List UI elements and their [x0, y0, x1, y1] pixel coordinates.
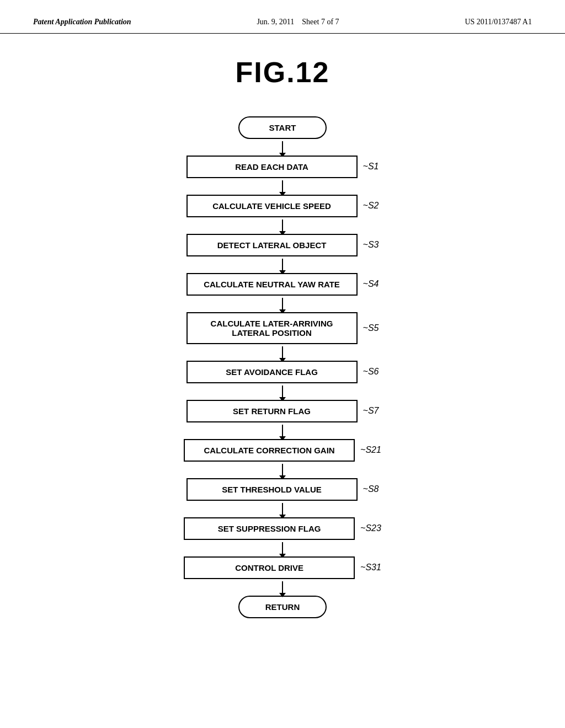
arrow-line-11	[282, 581, 283, 593]
step-s4-row: CALCULATE NEUTRAL YAW RATE ~S4	[186, 273, 379, 296]
step-s7-row: SET RETURN FLAG ~S7	[186, 400, 379, 422]
step-s7-label: SET RETURN FLAG	[233, 406, 311, 416]
step-s23-box: SET SUPPRESSION FLAG	[184, 517, 355, 540]
arrow-10	[282, 540, 283, 556]
step-s7-box: SET RETURN FLAG	[186, 400, 358, 422]
step-s31-row: CONTROL DRIVE ~S31	[184, 556, 381, 579]
step-s4-id: ~S4	[363, 279, 379, 289]
step-s5-id: ~S5	[363, 323, 379, 333]
step-s21-box: CALCULATE CORRECTION GAIN	[184, 439, 355, 462]
step-s6-label: SET AVOIDANCE FLAG	[226, 367, 318, 377]
arrow-0	[282, 139, 283, 156]
arrow-4	[282, 296, 283, 312]
arrow-11	[282, 579, 283, 596]
page-header: Patent Application Publication Jun. 9, 2…	[0, 0, 565, 34]
publication-label: Patent Application Publication	[33, 18, 131, 26]
arrow-line-6	[282, 386, 283, 398]
step-s8-box: SET THRESHOLD VALUE	[186, 478, 358, 501]
step-s5-row: CALCULATE LATER-ARRIVINGLATERAL POSITION…	[186, 312, 379, 344]
step-s31-label: CONTROL DRIVE	[235, 563, 303, 572]
arrow-9	[282, 501, 283, 517]
step-s2-label: CALCULATE VEHICLE SPEED	[212, 201, 331, 211]
step-s21-row: CALCULATE CORRECTION GAIN ~S21	[184, 439, 381, 462]
step-s23-id: ~S23	[360, 523, 381, 533]
arrow-line-2	[282, 220, 283, 232]
arrow-3	[282, 256, 283, 273]
step-s31-box: CONTROL DRIVE	[184, 556, 355, 579]
arrow-line-0	[282, 141, 283, 153]
return-label: RETURN	[265, 602, 300, 612]
step-s1-row: READ EACH DATA ~S1	[186, 156, 379, 178]
step-s3-id: ~S3	[363, 240, 379, 250]
header-right: US 2011/0137487 A1	[465, 17, 532, 28]
sheet-number: Sheet 7 of 7	[302, 18, 339, 26]
step-s5-label: CALCULATE LATER-ARRIVINGLATERAL POSITION	[211, 319, 333, 338]
arrow-6	[282, 383, 283, 400]
arrow-line-8	[282, 464, 283, 476]
step-s3-label: DETECT LATERAL OBJECT	[217, 240, 327, 250]
step-s8-row: SET THRESHOLD VALUE ~S8	[186, 478, 379, 501]
arrow-line-1	[282, 180, 283, 192]
step-s21-id: ~S21	[360, 445, 381, 455]
arrow-8	[282, 462, 283, 478]
step-s3-row: DETECT LATERAL OBJECT ~S3	[186, 234, 379, 256]
arrow-7	[282, 422, 283, 439]
step-s5-box: CALCULATE LATER-ARRIVINGLATERAL POSITION	[186, 312, 358, 344]
step-s23-row: SET SUPPRESSION FLAG ~S23	[184, 517, 381, 540]
header-center: Jun. 9, 2011 Sheet 7 of 7	[257, 17, 339, 28]
figure-title: FIG.12	[0, 56, 565, 89]
step-s1-box: READ EACH DATA	[186, 156, 358, 178]
step-s21-label: CALCULATE CORRECTION GAIN	[204, 446, 334, 455]
publication-date: Jun. 9, 2011	[257, 18, 294, 26]
flowchart: START READ EACH DATA ~S1 CALCULATE VEHIC…	[0, 116, 565, 618]
arrow-line-5	[282, 346, 283, 358]
step-s1-label: READ EACH DATA	[235, 162, 308, 172]
start-row: START	[238, 116, 327, 139]
step-s4-box: CALCULATE NEUTRAL YAW RATE	[186, 273, 358, 296]
step-s4-label: CALCULATE NEUTRAL YAW RATE	[204, 280, 340, 289]
step-s2-row: CALCULATE VEHICLE SPEED ~S2	[186, 195, 379, 217]
step-s6-id: ~S6	[363, 367, 379, 377]
step-s3-box: DETECT LATERAL OBJECT	[186, 234, 358, 256]
step-s7-id: ~S7	[363, 406, 379, 416]
step-s8-id: ~S8	[363, 484, 379, 494]
step-s6-box: SET AVOIDANCE FLAG	[186, 361, 358, 383]
start-label: START	[269, 123, 296, 132]
header-left: Patent Application Publication	[33, 17, 131, 28]
arrow-line-7	[282, 425, 283, 437]
arrow-line-10	[282, 542, 283, 554]
step-s23-label: SET SUPPRESSION FLAG	[218, 524, 321, 533]
arrow-2	[282, 217, 283, 234]
step-s31-id: ~S31	[360, 563, 381, 572]
return-row: RETURN	[238, 596, 327, 618]
step-s6-row: SET AVOIDANCE FLAG ~S6	[186, 361, 379, 383]
step-s8-label: SET THRESHOLD VALUE	[222, 485, 322, 494]
arrow-line-3	[282, 259, 283, 271]
step-s2-id: ~S2	[363, 201, 379, 211]
arrow-line-4	[282, 298, 283, 310]
start-pill: START	[238, 116, 327, 139]
return-pill: RETURN	[238, 596, 327, 618]
arrow-1	[282, 178, 283, 195]
arrow-5	[282, 344, 283, 361]
step-s2-box: CALCULATE VEHICLE SPEED	[186, 195, 358, 217]
arrow-line-9	[282, 503, 283, 515]
patent-number: US 2011/0137487 A1	[465, 18, 532, 26]
step-s1-id: ~S1	[363, 162, 379, 172]
